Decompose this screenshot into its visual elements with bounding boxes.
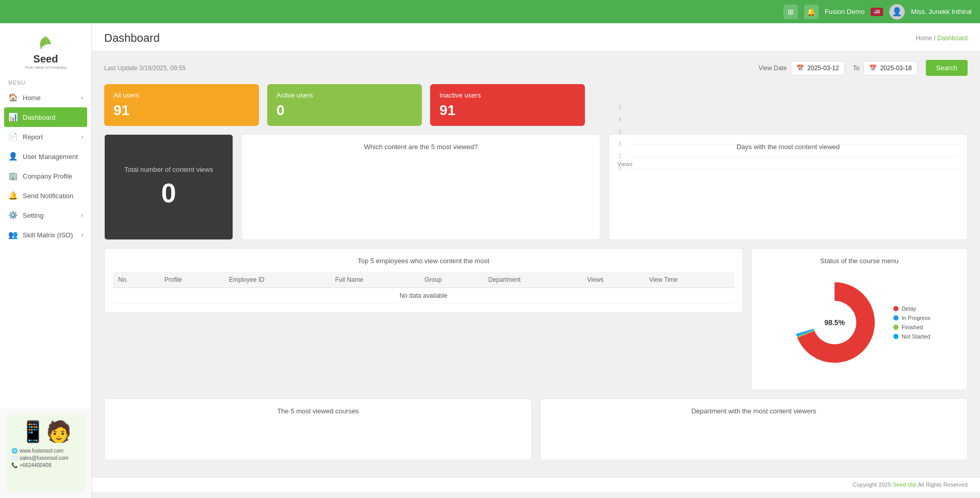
- footer: Copyright 2025 Seed Visi All Rights Rese…: [92, 477, 980, 492]
- to-date-value: 2025-03-18: [880, 65, 911, 72]
- last-update-text: Last Update 3/18/2025, 09:55: [104, 65, 750, 72]
- sidebar-item-home[interactable]: 🏠 Home ›: [0, 88, 91, 107]
- sidebar-item-company-profile[interactable]: 🏢 Company Profile: [0, 166, 91, 186]
- dept-viewers-box: Department with the most content viewers: [540, 398, 968, 460]
- report-icon: 📄: [8, 132, 18, 141]
- search-button[interactable]: Search: [926, 60, 968, 76]
- footer-rights: All Rights Reserved: [918, 481, 968, 488]
- most-viewed-empty: [250, 157, 592, 219]
- sidebar-item-setting[interactable]: ⚙️ Setting ›: [0, 205, 91, 225]
- arrow-icon-skill: ›: [81, 232, 83, 238]
- breadcrumb: Home / Dashboard: [916, 35, 968, 42]
- total-views-value: 0: [161, 178, 176, 208]
- sidebar-item-send-notification[interactable]: 🔔 Send Notification: [0, 186, 91, 205]
- arrow-icon: ›: [81, 95, 83, 101]
- sidebar-item-user-management[interactable]: 👤 User Management: [0, 147, 91, 166]
- promo-email: sales@fusionsol.com: [20, 455, 69, 461]
- not-started-label: Not Started: [902, 333, 930, 340]
- sidebar-label-user: User Management: [23, 153, 78, 160]
- all-users-value: 91: [113, 102, 250, 119]
- most-viewed-courses-title: The 5 most viewed courses: [113, 407, 523, 415]
- grid-icon[interactable]: ⊞: [783, 5, 798, 19]
- breadcrumb-home: Home: [916, 35, 932, 42]
- promo-website: www.fusionsol.com: [20, 448, 63, 454]
- company-icon: 🏢: [8, 171, 18, 181]
- all-users-label: All users: [113, 91, 250, 99]
- delay-label: Delay: [902, 306, 916, 312]
- sidebar-label-dashboard: Dashboard: [23, 114, 56, 121]
- col-department: Department: [483, 272, 582, 288]
- to-label: To: [853, 65, 860, 72]
- col-full-name: Full Name: [330, 272, 419, 288]
- topbar: ⊞ 🔔 Fusion Demo 🇺🇸 👤 Miss. Junekk Inthir…: [0, 0, 980, 23]
- from-date-input[interactable]: 📅 2025-03-12: [791, 61, 844, 75]
- charts-row: Total number of content views 0 Which co…: [104, 134, 968, 240]
- table-header-row: No. Profile Employee ID Full Name Group …: [113, 272, 734, 288]
- sidebar-promo: 📱🧑 🌐 www.fusionsol.com ✉️ sales@fusionso…: [0, 408, 91, 498]
- sidebar-label-skill: Skill Matrix (ISO): [23, 231, 73, 239]
- col-employee-id: Employee ID: [224, 272, 330, 288]
- legend-not-started: Not Started: [893, 333, 930, 340]
- view-date-group: View Date 📅 2025-03-12: [759, 61, 845, 75]
- sidebar-logo: Seed True value of company: [0, 23, 91, 76]
- most-viewed-chart-box: Which content are the 5 most viewed?: [241, 134, 600, 240]
- total-views-label: Total number of content views: [124, 166, 213, 173]
- breadcrumb-current: Dashboard: [937, 35, 968, 42]
- donut-chart: 98.5%: [788, 276, 881, 369]
- avatar[interactable]: 👤: [889, 4, 905, 20]
- setting-icon: ⚙️: [8, 211, 18, 220]
- donut-chart-section: 98.5% Delay In Progress: [760, 272, 959, 373]
- sidebar-item-dashboard[interactable]: 📊 Dashboard: [4, 107, 87, 127]
- notification-icon: 🔔: [8, 191, 18, 200]
- donut-center-label: 98.5%: [824, 318, 845, 327]
- course-status-box: Status of the course menu: [751, 248, 968, 390]
- calendar-icon-to: 📅: [869, 65, 877, 72]
- most-viewed-courses-box: The 5 most viewed courses: [104, 398, 532, 460]
- skill-icon: 👥: [8, 230, 18, 239]
- page-title: Dashboard: [104, 31, 160, 45]
- most-viewed-title: Which content are the 5 most viewed?: [250, 143, 592, 151]
- no-data-cell: No data available: [113, 288, 734, 304]
- top-employees-title: Top 5 employees who view content the mos…: [113, 257, 734, 265]
- footer-copyright: Copyright 2025: [853, 481, 891, 488]
- calendar-icon-from: 📅: [796, 65, 804, 72]
- bell-icon[interactable]: 🔔: [804, 5, 819, 19]
- days-chart-box: Days with the most content viewed Views …: [609, 134, 968, 240]
- bar-chart-grid: 5 4 3 2: [628, 169, 959, 231]
- inactive-users-label: Inactive users: [439, 91, 576, 99]
- footer-brand[interactable]: Seed Visi: [893, 481, 917, 488]
- donut-legend: Delay In Progress Finished: [893, 306, 930, 340]
- main-content: Dashboard Home / Dashboard Last Update 3…: [92, 23, 980, 498]
- legend-in-progress: In Progress: [893, 315, 930, 321]
- y-axis-label: Views: [617, 161, 959, 167]
- active-users-card: Active users 0: [267, 84, 422, 126]
- all-users-card: All users 91: [104, 84, 259, 126]
- sidebar: Seed True value of company MENU 🏠 Home ›…: [0, 23, 92, 498]
- brand-name: Fusion Demo: [825, 8, 864, 15]
- legend-finished: Finished: [893, 324, 930, 330]
- inactive-users-value: 91: [439, 102, 576, 119]
- delay-dot: [893, 306, 899, 311]
- arrow-icon-setting: ›: [81, 213, 83, 218]
- sidebar-item-skill-matrix[interactable]: 👥 Skill Matrix (ISO) ›: [0, 225, 91, 245]
- bar-chart-area: Views 5 4 3: [617, 157, 959, 231]
- total-views-box: Total number of content views 0: [104, 134, 233, 240]
- col-profile: Profile: [159, 272, 224, 288]
- col-group: Group: [419, 272, 483, 288]
- from-date-value: 2025-03-12: [807, 65, 839, 72]
- col-no: No.: [113, 272, 159, 288]
- to-date-input[interactable]: 📅 2025-03-18: [863, 61, 917, 75]
- mid-row: Top 5 employees who view content the mos…: [104, 248, 968, 390]
- to-date-group: To 📅 2025-03-18: [853, 61, 918, 75]
- active-users-value: 0: [276, 102, 413, 119]
- language-flag[interactable]: 🇺🇸: [871, 8, 883, 16]
- sidebar-label-company: Company Profile: [23, 172, 72, 180]
- sidebar-label-home: Home: [23, 94, 41, 102]
- logo-sub: True value of company: [25, 65, 67, 70]
- sidebar-item-report[interactable]: 📄 Report ›: [0, 127, 91, 147]
- promo-phone: +6624400408: [20, 462, 51, 468]
- dept-viewers-title: Department with the most content viewers: [549, 407, 959, 415]
- sidebar-label-report: Report: [23, 133, 43, 141]
- active-users-label: Active users: [276, 91, 413, 99]
- view-date-label: View Date: [759, 65, 787, 72]
